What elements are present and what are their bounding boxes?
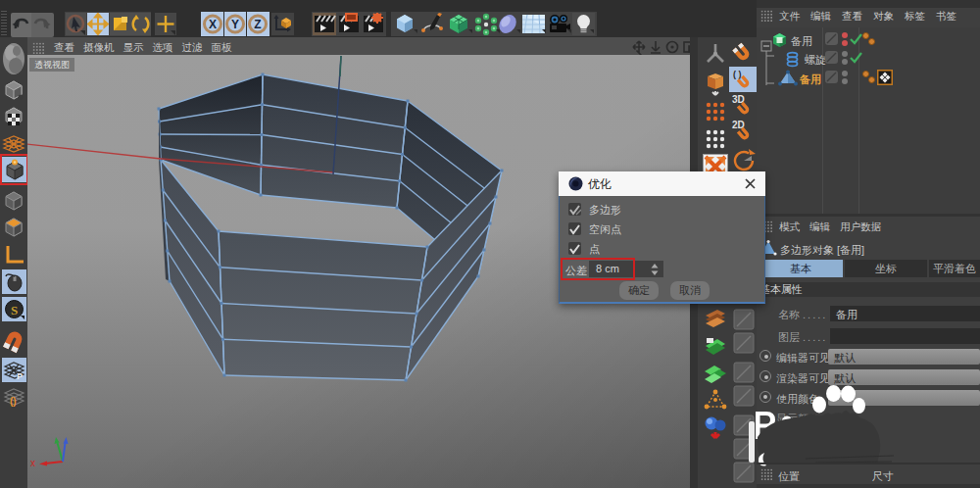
- svg-text:( ): ( ): [733, 70, 742, 79]
- svg-text:Z: Z: [254, 18, 261, 31]
- svg-text:x: x: [30, 458, 35, 468]
- svg-text:S: S: [11, 303, 18, 317]
- svg-text:P: P: [17, 371, 23, 381]
- svg-text:Y: Y: [231, 18, 239, 31]
- svg-text:X: X: [209, 18, 217, 31]
- svg-text:(): (): [10, 396, 17, 407]
